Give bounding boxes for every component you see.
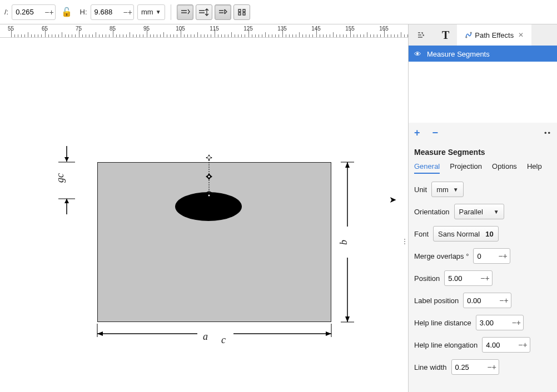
svg-marker-20 <box>326 331 331 336</box>
merge-field[interactable] <box>474 252 496 260</box>
lock-aspect-icon[interactable]: 🔓 <box>59 7 74 17</box>
tool-options-toolbar: /: −+ 🔓 H: −+ mm ▼ <box>0 0 557 24</box>
merge-label: Merge overlaps ° <box>414 252 469 260</box>
width-label: /: <box>4 8 8 16</box>
selection-handles <box>205 155 213 200</box>
labelpos-spinner[interactable]: −+ <box>497 296 510 305</box>
svg-point-2 <box>208 194 210 197</box>
orientation-select[interactable]: Parallel ▼ <box>454 204 504 219</box>
subtab-help[interactable]: Help <box>527 162 542 174</box>
panel-section-title: Measure Segments <box>409 143 557 159</box>
labelpos-input[interactable]: −+ <box>463 293 511 308</box>
helpdist-input[interactable]: −+ <box>476 315 524 330</box>
height-label: H: <box>80 8 87 16</box>
helpelong-input[interactable]: −+ <box>482 337 530 353</box>
svg-point-21 <box>466 37 468 38</box>
helpelong-field[interactable] <box>483 341 516 349</box>
unit-value: mm <box>141 8 153 16</box>
subtab-options[interactable]: Options <box>492 162 517 174</box>
svg-rect-1 <box>208 175 210 178</box>
subtab-general[interactable]: General <box>414 162 440 174</box>
effect-ops: + − •• <box>409 123 557 143</box>
separator <box>171 4 171 20</box>
width-spinner[interactable]: −+ <box>43 8 54 17</box>
svg-marker-11 <box>345 162 350 168</box>
svg-marker-8 <box>64 199 69 203</box>
subtab-projection[interactable]: Projection <box>450 162 482 174</box>
remove-effect-button[interactable]: − <box>432 127 439 139</box>
position-label: Position <box>414 274 440 283</box>
linewidth-spinner[interactable]: −+ <box>485 363 499 371</box>
merge-input[interactable]: −+ <box>473 248 510 264</box>
helpdist-spinner[interactable]: −+ <box>510 318 523 327</box>
chevron-down-icon: ▼ <box>156 9 161 15</box>
linewidth-field[interactable] <box>452 363 485 371</box>
mouse-cursor-icon: ➤ <box>389 194 396 205</box>
add-effect-button[interactable]: + <box>414 127 420 139</box>
dim-label-gc: gc <box>54 173 66 183</box>
dimension-bottom <box>95 324 335 346</box>
height-field[interactable] <box>91 8 122 16</box>
close-icon[interactable]: ✕ <box>518 31 524 39</box>
tab-layers[interactable] <box>409 24 434 46</box>
transform-toggle-group <box>177 4 250 20</box>
orientation-label: Orientation <box>414 208 450 216</box>
unit-dropdown[interactable]: mm ▼ <box>137 4 165 20</box>
affect-scale-toggle[interactable] <box>196 4 212 20</box>
chevron-down-icon: ▼ <box>494 209 499 215</box>
dim-label-c: c <box>221 334 226 346</box>
layers-icon <box>416 30 426 40</box>
merge-spinner[interactable]: −+ <box>496 252 509 260</box>
tab-path-effects[interactable]: Path Effects ✕ <box>457 24 531 46</box>
affect-rotate-icon <box>218 7 228 17</box>
effect-list-item[interactable]: 👁 Measure Segments <box>409 47 557 62</box>
more-menu-icon[interactable]: •• <box>544 129 551 137</box>
canvas-area[interactable]: gc b a c ➤ <box>0 38 408 392</box>
affect-rotate-toggle[interactable] <box>215 4 231 20</box>
labelpos-field[interactable] <box>464 296 497 305</box>
affect-move-toggle[interactable] <box>177 4 193 20</box>
labelpos-label: Label position <box>414 296 459 305</box>
unit-label: Unit <box>414 185 427 194</box>
position-field[interactable] <box>445 274 478 283</box>
tab-text[interactable]: T <box>434 24 457 46</box>
position-spinner[interactable]: −+ <box>478 274 491 283</box>
affect-pattern-toggle[interactable] <box>233 4 250 20</box>
width-input[interactable]: −+ <box>12 4 55 20</box>
tab-path-effects-label: Path Effects <box>475 31 514 39</box>
side-panel: T Path Effects ✕ 👁 Measure Segments + − … <box>408 24 557 392</box>
visibility-eye-icon[interactable]: 👁 <box>414 50 421 58</box>
helpelong-spinner[interactable]: −+ <box>516 340 529 349</box>
unit-select[interactable]: mm ▼ <box>431 182 464 197</box>
affect-pattern-icon <box>237 7 247 17</box>
helpelong-label: Help line elongation <box>414 341 478 349</box>
rectangle-shape[interactable] <box>97 162 331 322</box>
font-button[interactable]: Sans Normal 10 <box>433 226 499 242</box>
panel-resize-grip[interactable] <box>401 239 408 244</box>
path-effects-icon <box>465 31 473 39</box>
helpdist-field[interactable] <box>476 319 510 327</box>
font-size: 10 <box>485 230 493 238</box>
dim-label-b: b <box>338 240 350 245</box>
font-value: Sans Normal <box>438 230 480 238</box>
svg-marker-4 <box>64 157 69 162</box>
chevron-down-icon: ▼ <box>453 187 459 193</box>
height-input[interactable]: −+ <box>91 4 134 20</box>
subtabs: General Projection Options Help <box>409 159 557 177</box>
width-field[interactable] <box>12 8 43 16</box>
dim-label-a: a <box>203 331 208 343</box>
general-form: Unit mm ▼ Orientation Parallel ▼ Font Sa… <box>409 177 557 379</box>
unit-select-value: mm <box>436 185 449 194</box>
effect-list[interactable] <box>409 62 557 123</box>
position-input[interactable]: −+ <box>444 270 492 286</box>
text-icon: T <box>442 29 449 42</box>
svg-point-22 <box>470 32 472 34</box>
svg-marker-13 <box>345 316 350 322</box>
height-spinner[interactable]: −+ <box>122 8 133 17</box>
linewidth-input[interactable]: −+ <box>451 359 499 375</box>
svg-marker-18 <box>97 331 103 336</box>
affect-move-icon <box>180 7 190 17</box>
font-label: Font <box>414 230 429 238</box>
effect-name: Measure Segments <box>427 50 490 58</box>
helpdist-label: Help line distance <box>414 319 471 327</box>
